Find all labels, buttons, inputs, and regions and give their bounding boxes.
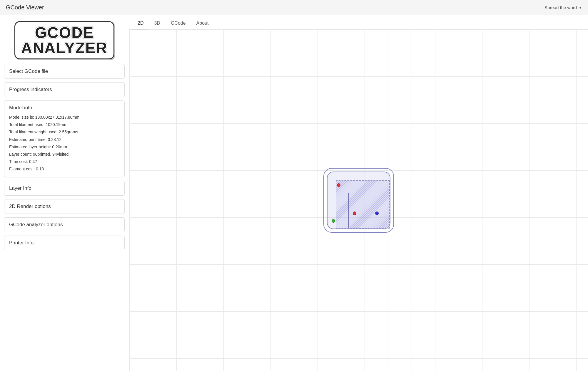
sidebar-item-label: Progress indicators — [9, 87, 52, 92]
dot-blue-bottom-right — [375, 211, 379, 215]
tab-about[interactable]: About — [191, 18, 214, 29]
total-filament: Total filament used: 1020.19mm — [9, 121, 120, 128]
filament-weight: Total filament weight used: 2.55grams — [9, 128, 120, 136]
sidebar-item-label: Printer Info — [9, 240, 34, 246]
model-size: Model size is: 130.00x27.31x17.80mm — [9, 114, 120, 121]
main-layout: GCODE ANALYZER Select GCode file Progres… — [0, 15, 588, 371]
logo-line2: ANALYZER — [21, 40, 108, 56]
sidebar-item-label: 2D Render options — [9, 204, 51, 209]
sidebar-item-select-gcode[interactable]: Select GCode file — [4, 64, 125, 79]
inner-fill — [336, 180, 390, 229]
layer-count: Layer count: 90printed, 94visited — [9, 151, 120, 158]
sidebar-item-gcode-analyzer-options[interactable]: GCode analyzer options — [4, 217, 125, 232]
content-area: 2D 3D GCode About — [129, 15, 588, 371]
layer-height: Estimated layer height: 0.20mm — [9, 143, 120, 151]
sidebar-item-model-info: Model info Model size is: 130.00x27.31x1… — [4, 100, 125, 177]
dot-red-bottom-center — [353, 211, 356, 215]
time-cost: Time cost: 0.47 — [9, 158, 120, 165]
tabs-bar: 2D 3D GCode About — [129, 15, 588, 29]
sidebar-item-printer-info[interactable]: Printer Info — [4, 236, 125, 250]
spread-word-label: Spread the word — [544, 5, 577, 10]
sidebar-item-label: GCode analyzer options — [9, 222, 63, 227]
grid-canvas — [129, 29, 588, 371]
topbar: GCode Viewer Spread the word ▼ — [0, 0, 588, 15]
filament-cost: Filament cost: 0.13 — [9, 165, 120, 173]
canvas-area[interactable] — [129, 29, 588, 371]
sidebar-item-2d-render-options[interactable]: 2D Render options — [4, 199, 125, 214]
app-title: GCode Viewer — [6, 4, 44, 11]
second-border — [327, 172, 390, 229]
logo-line1: GCODE — [21, 25, 108, 40]
dot-green-bottom-left — [332, 219, 335, 223]
dot-red-topleft — [337, 183, 340, 187]
sidebar-item-progress-indicators[interactable]: Progress indicators — [4, 82, 125, 97]
print-object — [323, 168, 394, 233]
third-border — [348, 193, 390, 229]
sidebar-item-label: Select GCode file — [9, 68, 48, 74]
logo-text: GCODE ANALYZER — [21, 25, 108, 56]
model-info-title: Model info — [9, 105, 120, 111]
sidebar: GCODE ANALYZER Select GCode file Progres… — [0, 15, 129, 371]
chevron-down-icon: ▼ — [579, 6, 582, 10]
logo-area: GCODE ANALYZER — [0, 15, 129, 62]
tab-3d[interactable]: 3D — [149, 18, 165, 29]
logo-border: GCODE ANALYZER — [14, 21, 114, 59]
sidebar-item-label: Layer Info — [9, 185, 31, 191]
sidebar-item-layer-info[interactable]: Layer Info — [4, 181, 125, 196]
print-time: Estimated print time: 0:28:12 — [9, 136, 120, 143]
tab-gcode[interactable]: GCode — [166, 18, 191, 29]
spread-word-button[interactable]: Spread the word ▼ — [544, 5, 582, 10]
tab-2d[interactable]: 2D — [132, 18, 149, 29]
